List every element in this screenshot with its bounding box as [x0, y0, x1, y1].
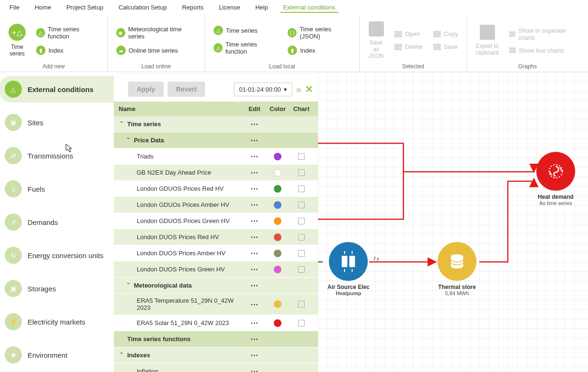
color-swatch[interactable] [274, 169, 281, 177]
edit-dots[interactable]: ⋯ [243, 351, 266, 360]
menu-license[interactable]: License [216, 3, 243, 13]
color-swatch[interactable] [274, 300, 281, 308]
chart-checkbox[interactable] [298, 266, 305, 273]
edit-dots[interactable]: ⋯ [243, 281, 266, 290]
table-row[interactable]: ERA5 Temperature 51_29N 0_42W 2023⋯ [114, 294, 318, 315]
sidebar-item-ecu[interactable]: ↻Energy conversion units [0, 242, 114, 269]
edit-dots[interactable]: ⋯ [243, 318, 266, 327]
edit-dots[interactable]: ⋯ [243, 152, 266, 161]
chart-checkbox[interactable] [298, 234, 305, 241]
delete-button[interactable]: Delete [392, 41, 426, 52]
menu-reports[interactable]: Reports [179, 3, 207, 13]
sidebar-item-external-conditions[interactable]: △External conditions [0, 76, 114, 102]
close-button[interactable]: ✕ [305, 84, 313, 95]
node-heat-demand[interactable]: Heat demand As time series [536, 152, 575, 206]
group-tsf[interactable]: Time series functions ⋯ [114, 331, 318, 347]
group-indexes[interactable]: ›Indexes ⋯ [114, 347, 318, 363]
load-online-ts-button[interactable]: ☁Online time series [113, 44, 199, 57]
sidebar-item-label: Fuels [28, 185, 45, 193]
sidebar-item-environment[interactable]: ❀Environment [0, 342, 114, 368]
fast-forward-button[interactable]: » [296, 84, 301, 95]
color-swatch[interactable] [274, 153, 281, 160]
edit-dots[interactable]: ⋯ [243, 335, 266, 344]
edit-dots[interactable]: ⋯ [243, 265, 266, 274]
apply-button[interactable]: Apply [128, 82, 164, 97]
table-row[interactable]: ERA5 Solar 51_29N 0_42W 2023⋯ [114, 315, 318, 331]
show-separate-button[interactable]: Show in seperate charts [506, 25, 582, 43]
menu-help[interactable]: Help [252, 3, 271, 13]
add-time-series-button[interactable]: +△ Time series [6, 22, 28, 59]
add-tsf-button[interactable]: △Time series function [33, 24, 102, 42]
chart-checkbox[interactable] [298, 186, 305, 192]
chart-checkbox[interactable] [298, 218, 305, 224]
save-button[interactable]: Save [430, 41, 461, 52]
edit-dots[interactable]: ⋯ [243, 120, 266, 129]
load-local-tsf-button[interactable]: △Time series function [211, 39, 280, 57]
revert-button[interactable]: Revert [168, 82, 205, 97]
menu-file[interactable]: File [7, 3, 22, 13]
sidebar-item-transmissions[interactable]: ⇄Transmissions [0, 142, 114, 169]
copy-button[interactable]: Copy [430, 28, 461, 39]
edit-dots[interactable]: ⋯ [243, 367, 266, 372]
color-swatch[interactable] [274, 266, 281, 273]
subgroup-met-data[interactable]: ›Meteorological data ⋯ [114, 278, 318, 294]
edit-dots[interactable]: ⋯ [243, 136, 266, 145]
menu-calc-setup[interactable]: Calculation Setup [116, 3, 170, 13]
color-swatch[interactable] [274, 233, 281, 241]
chart-checkbox[interactable] [298, 320, 305, 326]
edit-dots[interactable]: ⋯ [243, 168, 266, 177]
group-time-series[interactable]: ›Time series ⋯ [114, 116, 318, 132]
table-row[interactable]: London GDUOS Prices Red HV⋯ [114, 181, 318, 197]
table-row[interactable]: London DUOS Prices Red HV⋯ [114, 229, 318, 245]
edit-dots[interactable]: ⋯ [243, 232, 266, 242]
load-local-index-button[interactable]: ▮Index [285, 44, 353, 57]
load-local-json-button[interactable]: { }Time series (JSON) [285, 24, 353, 42]
node-heatpump[interactable]: Air Source Elec Heatpump [327, 242, 370, 296]
table-row[interactable]: Triads⋯ [114, 149, 318, 165]
menu-home[interactable]: Home [32, 3, 54, 13]
load-local-ts-button[interactable]: △Time series [211, 24, 280, 37]
color-swatch[interactable] [274, 250, 281, 257]
color-swatch[interactable] [274, 319, 281, 327]
sidebar-item-electricity-markets[interactable]: ⚡Electricity markets [0, 308, 114, 335]
time-series-table: Name Edit Color Chart ›Time series ⋯ ›Pr… [114, 102, 318, 372]
menu-external-conditions[interactable]: External conditions [280, 3, 338, 13]
datetime-picker[interactable]: 01-01-24 00:00▾ [234, 83, 292, 96]
table-row[interactable]: Inflation⋯ [114, 363, 318, 372]
table-row[interactable]: GB N2EX Day Ahead Price⋯ [114, 165, 318, 181]
edit-dots[interactable]: ⋯ [243, 249, 266, 258]
chart-checkbox[interactable] [298, 301, 305, 307]
edit-dots[interactable]: ⋯ [243, 184, 266, 193]
chart-checkbox[interactable] [298, 153, 305, 160]
copy-icon [433, 31, 441, 37]
subgroup-price-data[interactable]: ›Price Data ⋯ [114, 132, 318, 149]
export-clipboard-button[interactable]: Export to clipboard [473, 23, 502, 58]
add-index-button[interactable]: ▮Index [33, 44, 102, 57]
edit-dots[interactable]: ⋯ [243, 300, 266, 309]
chart-checkbox[interactable] [298, 169, 305, 176]
color-swatch[interactable] [274, 185, 281, 193]
node-thermal-store[interactable]: Thermal store 5,84 MWh [438, 242, 476, 296]
sidebar-item-fuels[interactable]: ▯Fuels [0, 176, 114, 202]
edit-dots[interactable]: ⋯ [243, 216, 266, 225]
open-button[interactable]: Open [392, 28, 426, 39]
folder-icon [394, 31, 402, 37]
load-met-button[interactable]: ◉Meteorological time series [113, 24, 199, 42]
diagram-canvas[interactable]: f x Air Source Elec Heatpump Thermal sto… [318, 72, 588, 371]
sidebar-item-demands[interactable]: ↗Demands [0, 209, 114, 235]
table-row[interactable]: London DUOS Prices Amber HV⋯ [114, 245, 318, 261]
table-row[interactable]: London GDUOS Prices Green HV⋯ [114, 213, 318, 229]
show-line-button[interactable]: Show line charts [506, 45, 582, 56]
menu-project-setup[interactable]: Project Setup [64, 3, 106, 13]
sidebar-item-sites[interactable]: ▣Sites [0, 109, 114, 136]
color-swatch[interactable] [274, 217, 281, 225]
chart-checkbox[interactable] [298, 250, 305, 257]
color-swatch[interactable] [274, 201, 281, 209]
table-row[interactable]: London DUOS Prices Green HV⋯ [114, 261, 318, 278]
edit-dots[interactable]: ⋯ [243, 200, 266, 209]
save-json-button[interactable]: Save as JSON [365, 19, 387, 61]
chart-grid-icon [509, 31, 515, 37]
table-row[interactable]: London GDUOs Prices Amber HV⋯ [114, 197, 318, 213]
chart-checkbox[interactable] [298, 202, 305, 208]
sidebar-item-storages[interactable]: ▣Storages [0, 275, 114, 302]
